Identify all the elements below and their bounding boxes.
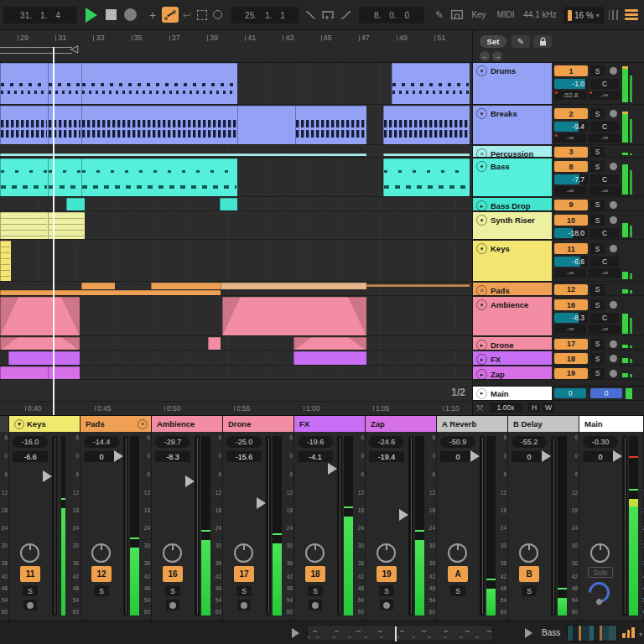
arm-button[interactable]: [608, 299, 619, 310]
arm-button[interactable]: [608, 243, 619, 254]
peak-level-display[interactable]: -24.6: [369, 436, 404, 448]
track-number-button[interactable]: 18: [554, 353, 588, 364]
strip-arm-button[interactable]: [309, 600, 322, 610]
peak-level-display[interactable]: -19.6: [298, 436, 333, 448]
strip-number-button[interactable]: A: [448, 566, 468, 582]
arm-button[interactable]: [608, 200, 619, 210]
solo-button[interactable]: S: [590, 200, 605, 210]
midi-map-button[interactable]: MIDI: [493, 7, 518, 23]
loop-icon[interactable]: [320, 7, 335, 23]
track-header-drone[interactable]: ▸Drone17S: [473, 337, 644, 351]
pan-knob[interactable]: [234, 543, 253, 563]
volume-fader[interactable]: [195, 436, 200, 615]
track-lane-percussion[interactable]: [0, 146, 472, 158]
track-lane-fx[interactable]: [0, 351, 472, 366]
set-button[interactable]: Set: [480, 35, 506, 48]
strip-arm-button[interactable]: [23, 600, 37, 610]
send-a-box[interactable]: -∞: [554, 268, 586, 278]
arrangement-area[interactable]: [0, 63, 472, 415]
clip[interactable]: [0, 366, 48, 379]
track-name-cell[interactable]: ▸Bass Drop: [473, 198, 552, 210]
peak-level-display[interactable]: -16.0: [13, 436, 48, 448]
pan-knob[interactable]: [163, 543, 182, 563]
mixer-strip-header[interactable]: ▾Keys: [9, 416, 80, 432]
clip[interactable]: [0, 212, 48, 239]
fold-arrow-icon[interactable]: ▾: [476, 161, 487, 172]
send-a-box[interactable]: -∞: [554, 186, 586, 195]
pan-box[interactable]: C: [590, 79, 619, 89]
strip-solo-button[interactable]: S: [308, 585, 323, 596]
clip[interactable]: [0, 297, 80, 335]
clip[interactable]: [81, 106, 237, 144]
clip[interactable]: [237, 106, 295, 144]
solo-button[interactable]: S: [590, 243, 605, 254]
strip-solo-button[interactable]: S: [236, 585, 252, 596]
track-header-fx[interactable]: ▸FX18S: [473, 351, 644, 366]
track-number-button[interactable]: 12: [554, 284, 588, 295]
solo-button[interactable]: S: [590, 339, 605, 350]
volume-box[interactable]: -7.7: [554, 174, 588, 184]
track-lane-bass-drop[interactable]: [0, 198, 472, 211]
track-header-bass-drop[interactable]: ▸Bass Drop9S: [473, 198, 644, 211]
clip[interactable]: [66, 198, 85, 210]
fader-handle[interactable]: [613, 450, 622, 462]
track-lane-bass[interactable]: [0, 158, 472, 197]
midi-clip-preview[interactable]: [307, 625, 493, 641]
clip[interactable]: [8, 351, 80, 365]
peak-level-display[interactable]: -29.7: [155, 436, 190, 448]
draw-selection-icon[interactable]: [195, 7, 209, 23]
clip[interactable]: [0, 158, 48, 196]
pencil-tool-icon[interactable]: ✎: [512, 35, 530, 48]
play-button[interactable]: [86, 8, 97, 23]
solo-button[interactable]: S: [590, 215, 605, 226]
fold-arrow-icon[interactable]: ▸: [476, 354, 487, 365]
arm-button[interactable]: [608, 65, 619, 76]
volume-number-box[interactable]: -8.3: [155, 451, 190, 462]
strip-arm-button[interactable]: [166, 600, 179, 610]
volume-fader[interactable]: [52, 436, 57, 615]
volume-number-box[interactable]: -15.6: [226, 451, 262, 462]
fold-arrow-icon[interactable]: ▾: [476, 215, 487, 226]
peak-level-display[interactable]: -14.4: [84, 436, 119, 448]
track-number-button[interactable]: 2: [554, 108, 588, 119]
pan-knob[interactable]: [305, 543, 325, 563]
beat-time-ruler[interactable]: 293133353739414345474951 ◁: [0, 30, 472, 63]
record-button[interactable]: [124, 8, 137, 21]
track-name-cell[interactable]: ▾Synth Riser: [473, 212, 552, 239]
track-header-ambience[interactable]: ▾Ambience16S-8.3C-∞-∞: [473, 297, 644, 336]
fold-arrow-icon[interactable]: ▸: [476, 340, 487, 351]
send-b-box[interactable]: -∞: [589, 133, 621, 143]
height-zoom-button[interactable]: H: [528, 402, 540, 413]
track-lane-drone[interactable]: [0, 337, 472, 351]
track-header-bass[interactable]: ▾Bass8S-7.7C-∞-∞: [473, 158, 644, 197]
loop-length-display[interactable]: 8. 0. 0: [359, 7, 424, 23]
track-name-cell[interactable]: ≡Pads: [473, 283, 552, 295]
pan-knob[interactable]: [20, 543, 39, 563]
group-fold-icon[interactable]: ≡: [476, 285, 487, 296]
track-lane-synth-riser[interactable]: [0, 212, 472, 240]
arm-button[interactable]: [608, 368, 619, 379]
track-lane-pads[interactable]: [0, 283, 472, 296]
strip-solo-button[interactable]: S: [165, 585, 180, 596]
track-header-percussion[interactable]: ≡Percussion3S: [473, 146, 644, 158]
main-track-row[interactable]: ▸ Main 0 0: [472, 386, 644, 401]
track-header-zap[interactable]: ▸Zap19S: [473, 366, 644, 380]
track-lane-ambience[interactable]: [0, 297, 472, 336]
main-left-value[interactable]: 0: [554, 388, 586, 398]
track-name-cell[interactable]: ▸FX: [473, 351, 552, 365]
clip[interactable]: [383, 153, 470, 156]
track-number-button[interactable]: 3: [554, 147, 588, 158]
mixer-strip-header[interactable]: Ambience: [152, 416, 222, 432]
solo-button[interactable]: S: [590, 368, 605, 379]
fader-handle[interactable]: [542, 450, 551, 462]
loop-end-marker-icon[interactable]: ◁: [70, 43, 78, 55]
volume-fader[interactable]: [123, 436, 128, 615]
track-name-cell[interactable]: ▾Breaks: [473, 106, 552, 144]
send-a-box[interactable]: -∞: [554, 325, 586, 334]
send-b-box[interactable]: -∞: [589, 268, 621, 278]
track-lane-zap[interactable]: [0, 366, 472, 380]
volume-fader[interactable]: [266, 436, 271, 615]
volume-box[interactable]: -18.0: [554, 228, 588, 238]
fold-arrow-icon[interactable]: ▾: [476, 108, 487, 119]
fader-handle[interactable]: [399, 509, 408, 521]
